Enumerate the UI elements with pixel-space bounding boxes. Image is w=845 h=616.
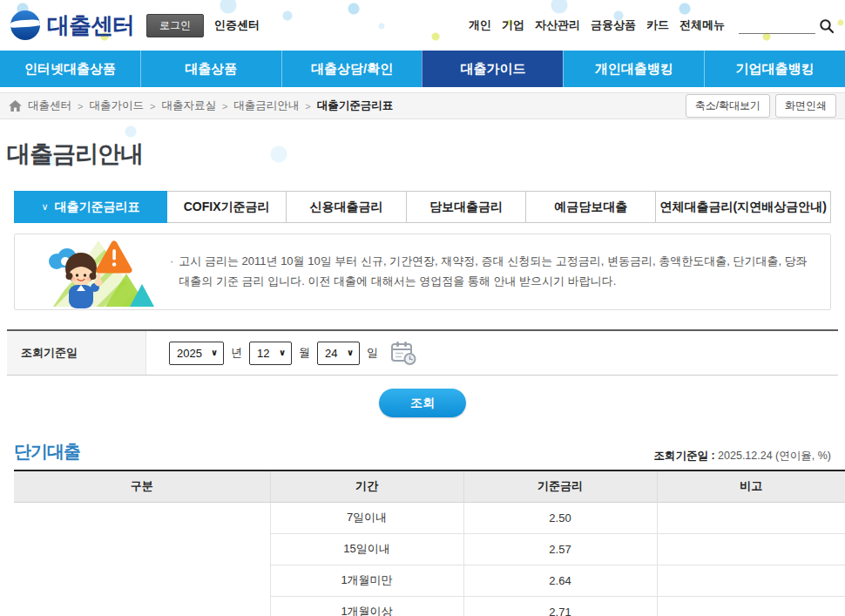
nav-item-internet-loans[interactable]: 인터넷대출상품 bbox=[0, 51, 140, 87]
section-title: 단기대출 bbox=[14, 440, 80, 464]
rate-tabs: ∨ 대출기준금리표 COFIX기준금리 신용대출금리 담보대출금리 예금담보대출… bbox=[14, 191, 831, 223]
search-submit-button[interactable]: 조회 bbox=[379, 389, 466, 417]
tab-credit-loan-rate[interactable]: 신용대출금리 bbox=[286, 191, 406, 223]
top-link-wealth[interactable]: 자산관리 bbox=[535, 17, 580, 33]
top-link-card[interactable]: 카드 bbox=[646, 17, 669, 33]
print-button[interactable]: 화면인쇄 bbox=[775, 94, 836, 118]
nav-item-corporate-banking[interactable]: 기업대출뱅킹 bbox=[704, 51, 845, 87]
tab-cofix-rate[interactable]: COFIX기준금리 bbox=[166, 191, 287, 223]
tab-label: 대출기준금리표 bbox=[55, 200, 140, 215]
period-cell: 15일이내 bbox=[270, 533, 463, 565]
top-link-personal[interactable]: 개인 bbox=[469, 17, 491, 33]
search-icon[interactable] bbox=[819, 18, 835, 34]
col-header-period: 기간 bbox=[270, 470, 463, 502]
notice-text-block: · 고시 금리는 2011년 10월 10일 부터 신규, 기간연장, 재약정,… bbox=[170, 252, 818, 292]
year-unit-label: 년 bbox=[231, 345, 242, 361]
crumb-loan-guide[interactable]: 대출가이드 bbox=[89, 98, 144, 113]
home-icon[interactable] bbox=[9, 100, 22, 112]
rate-cell: 2.50 bbox=[463, 502, 657, 533]
short-term-loan-rate-table: 구분 기간 기준금리 비고 7일이내 2.50 15일이내 2.57 1개월미만… bbox=[14, 470, 845, 616]
date-form-label: 조회기준일 bbox=[7, 331, 146, 375]
category-cell bbox=[14, 502, 270, 616]
note-cell bbox=[657, 502, 845, 533]
crumb-separator: > bbox=[222, 101, 227, 112]
month-select[interactable]: 12 bbox=[249, 342, 292, 365]
top-link-corporate[interactable]: 기업 bbox=[502, 17, 524, 33]
header-utility: 개인 기업 자산관리 금융상품 카드 전체메뉴 bbox=[458, 17, 835, 34]
day-unit-label: 일 bbox=[367, 345, 378, 361]
table-header-row: 구분 기간 기준금리 비고 bbox=[14, 470, 845, 502]
crumb-loan-center[interactable]: 대출센터 bbox=[28, 98, 71, 113]
tab-deposit-secured-loan[interactable]: 예금담보대출 bbox=[525, 191, 656, 223]
title-zone: 대출금리안내 ∨ 대출기준금리표 COFIX기준금리 신용대출금리 담보대출금리… bbox=[0, 119, 845, 616]
notice-text: 고시 금리는 2011년 10월 10일 부터 신규, 기간연장, 재약정, 증… bbox=[179, 252, 818, 292]
top-link-products[interactable]: 금융상품 bbox=[591, 17, 636, 33]
reference-date-label: 조회기준일 : bbox=[653, 450, 714, 462]
page-tools: 축소/확대보기 화면인쇄 bbox=[686, 94, 836, 118]
search-box bbox=[739, 17, 835, 34]
rate-cell: 2.64 bbox=[463, 565, 657, 596]
crumb-loan-library[interactable]: 대출자료실 bbox=[161, 98, 216, 113]
tab-secured-loan-rate[interactable]: 담보대출금리 bbox=[406, 191, 526, 223]
crumb-current-page: 대출기준금리표 bbox=[317, 98, 394, 113]
crumb-separator: > bbox=[78, 101, 83, 112]
month-unit-label: 월 bbox=[299, 345, 310, 361]
guide-woman-illustration bbox=[22, 235, 170, 308]
notice-box: · 고시 금리는 2011년 10월 10일 부터 신규, 기간연장, 재약정,… bbox=[14, 234, 831, 310]
period-cell: 1개월미만 bbox=[270, 565, 463, 596]
nav-item-loan-products[interactable]: 대출상품 bbox=[140, 51, 281, 87]
warning-icon bbox=[99, 244, 129, 270]
note-cell bbox=[657, 565, 845, 596]
nav-item-personal-banking[interactable]: 개인대출뱅킹 bbox=[563, 51, 704, 87]
zoom-toggle-button[interactable]: 축소/확대보기 bbox=[686, 94, 770, 118]
table-row: 7일이내 2.50 bbox=[14, 502, 845, 533]
nav-item-loan-guide[interactable]: 대출가이드 bbox=[422, 51, 563, 87]
col-header-note: 비고 bbox=[657, 470, 845, 502]
note-cell bbox=[657, 596, 845, 616]
period-cell: 1개월이상 bbox=[270, 596, 463, 616]
rate-cell: 2.57 bbox=[463, 533, 657, 565]
chevron-down-icon: ∨ bbox=[41, 201, 48, 213]
site-header: 대출센터 로그인 인증센터 개인 기업 자산관리 금융상품 카드 전체메뉴 bbox=[0, 0, 845, 51]
reference-date-note: 조회기준일 : 2025.12.24 (연이율, %) bbox=[653, 449, 831, 464]
bullet: · bbox=[170, 252, 173, 292]
col-header-rate: 기준금리 bbox=[463, 470, 657, 502]
reference-date-value: 2025.12.24 (연이율, %) bbox=[718, 450, 831, 462]
crumb-rate-info[interactable]: 대출금리안내 bbox=[233, 98, 299, 113]
day-select[interactable]: 24 bbox=[317, 342, 360, 365]
tab-base-rate-table[interactable]: ∨ 대출기준금리표 bbox=[14, 191, 167, 223]
year-select[interactable]: 2025 bbox=[169, 342, 224, 365]
date-row: 조회기준일 2025 ∨ 년 12 ∨ 월 bbox=[7, 331, 838, 375]
date-form: 조회기준일 2025 ∨ 년 12 ∨ 월 bbox=[7, 329, 838, 376]
crumb-separator: > bbox=[150, 101, 155, 112]
search-input[interactable] bbox=[739, 17, 815, 34]
date-fields: 2025 ∨ 년 12 ∨ 월 24 ∨ 일 bbox=[146, 331, 838, 375]
breadcrumb: 대출센터 > 대출가이드 > 대출자료실 > 대출금리안내 > 대출기준금리표 … bbox=[0, 92, 845, 119]
tab-overdue-loan-rate[interactable]: 연체대출금리(지연배상금안내) bbox=[655, 191, 831, 223]
bank-logo[interactable]: 대출센터 bbox=[10, 10, 134, 41]
section-head: 단기대출 조회기준일 : 2025.12.24 (연이율, %) bbox=[14, 440, 831, 464]
crumb-separator: > bbox=[305, 101, 310, 112]
logo-text: 대출센터 bbox=[47, 10, 134, 41]
rate-cell: 2.71 bbox=[463, 596, 657, 616]
cert-center-link[interactable]: 인증센터 bbox=[214, 17, 260, 33]
page-title: 대출금리안내 bbox=[7, 139, 838, 170]
top-link-sitemap[interactable]: 전체메뉴 bbox=[679, 17, 725, 33]
main-nav: 인터넷대출상품 대출상품 대출상담/확인 대출가이드 개인대출뱅킹 기업대출뱅킹 bbox=[0, 51, 845, 87]
login-button[interactable]: 로그인 bbox=[146, 14, 204, 37]
calendar-icon[interactable] bbox=[390, 341, 416, 365]
col-header-category: 구분 bbox=[14, 470, 270, 502]
period-cell: 7일이내 bbox=[270, 502, 463, 533]
note-cell bbox=[657, 533, 845, 565]
submit-area: 조회 bbox=[7, 389, 838, 417]
bank-logo-icon bbox=[10, 10, 40, 40]
nav-item-loan-consult[interactable]: 대출상담/확인 bbox=[281, 51, 422, 87]
